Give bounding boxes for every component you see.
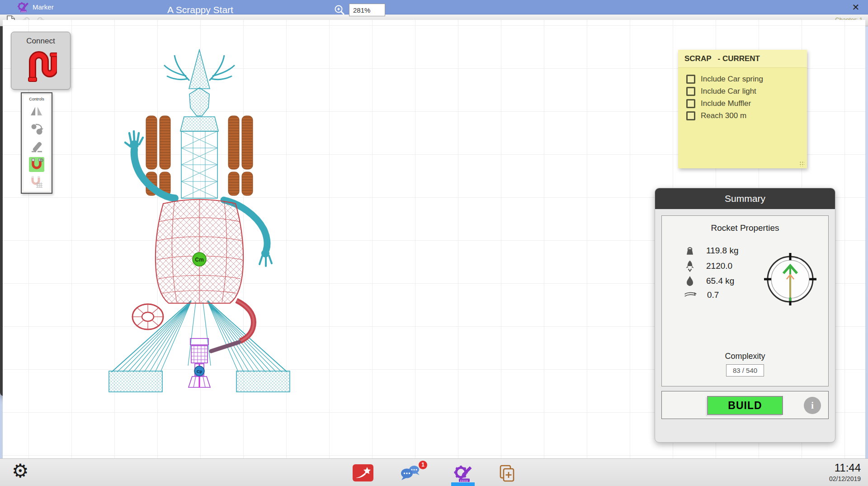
build-canvas-panel: A Scrappy Start Connect — [0, 0, 401, 396]
summary-panel: Summary Rocket Properties 119.8 kg 2120.… — [655, 188, 835, 443]
checkbox-car-spring[interactable] — [686, 75, 695, 84]
note-header: SCRAP- CURRENT — [678, 50, 807, 68]
task-marker-app-icon[interactable] — [453, 464, 473, 483]
taskbar: ⚙ 1 — [0, 458, 868, 486]
center-of-pressure-label: Cp — [197, 369, 202, 374]
controls-title: Controls — [29, 97, 44, 101]
complexity-value — [726, 364, 764, 376]
rocket-wireframe-model[interactable]: Cm Cp — [95, 49, 303, 393]
checkbox-reach-300m[interactable] — [686, 111, 695, 120]
mirror-tool-button[interactable] — [29, 104, 44, 119]
task-comet-app-icon[interactable] — [353, 464, 373, 481]
aerodynamics-icon — [684, 290, 697, 300]
checkbox-car-light[interactable] — [686, 87, 695, 96]
clock-date: 02/12/2019 — [829, 475, 861, 482]
task-chat-app-icon[interactable]: 1 — [400, 464, 424, 481]
info-button[interactable]: i — [804, 397, 821, 414]
eraser-icon — [30, 140, 43, 153]
summary-title: Summary — [655, 188, 835, 209]
magnet-grid-tool-button[interactable] — [29, 175, 44, 190]
close-button[interactable]: ✕ — [850, 1, 862, 13]
thrust-icon — [684, 260, 696, 272]
magnet-snap-tool-button[interactable] — [29, 157, 44, 172]
stability-gauge — [762, 251, 818, 307]
magnet-grid-icon — [30, 176, 43, 188]
stat-thrust: 2120.0 — [684, 260, 732, 272]
connect-tool-button[interactable]: Connect — [11, 32, 71, 90]
controls-palette: Controls — [21, 92, 52, 194]
note-resize-grip[interactable] — [799, 161, 805, 167]
system-clock: 11:44 02/12/2019 — [829, 462, 861, 482]
scrap-objectives-note[interactable]: SCRAP- CURRENT Include Car spring Includ… — [678, 50, 807, 168]
chat-notification-badge: 1 — [419, 461, 427, 469]
rotate-tool-button[interactable] — [29, 121, 44, 136]
checkbox-muffler[interactable] — [686, 99, 695, 108]
stat-aerodynamics: 0.7 — [684, 290, 719, 300]
objective-car-spring: Include Car spring — [686, 75, 807, 84]
complexity-label: Complexity — [662, 352, 828, 361]
fuel-mass-icon — [684, 275, 696, 287]
stat-mass: 119.8 kg — [684, 245, 738, 257]
objective-reach-300m: Reach 300 m — [686, 111, 807, 120]
canvas-header: A Scrappy Start — [0, 0, 401, 20]
build-button[interactable]: BUILD — [707, 396, 783, 415]
task-copy-add-app-icon[interactable] — [499, 464, 516, 482]
note-title: SCRAP- CURRENT — [684, 54, 760, 63]
mass-icon — [684, 245, 696, 257]
objective-muffler: Include Muffler — [686, 99, 807, 108]
mirror-icon — [30, 105, 43, 117]
build-strip: BUILD i — [661, 391, 829, 419]
eraser-tool-button[interactable] — [29, 139, 44, 154]
zoom-level-input[interactable] — [349, 4, 385, 16]
rocket-properties-card: Rocket Properties 119.8 kg 2120.0 — [661, 215, 829, 386]
settings-gear-icon[interactable]: ⚙ — [12, 460, 29, 482]
magnet-icon — [30, 158, 43, 171]
stat-fuel-mass: 65.4 kg — [684, 275, 734, 287]
rotate-icon — [30, 123, 43, 135]
rocket-properties-title: Rocket Properties — [662, 223, 828, 233]
pipe-connector-icon — [24, 46, 57, 84]
zoom-magnifier-icon[interactable] — [334, 4, 345, 16]
objective-car-light: Include Car light — [686, 87, 807, 96]
connect-label: Connect — [11, 37, 70, 46]
active-task-indicator — [451, 482, 475, 486]
app-window: Marker ✕ ↶ ↷ Chapter: 1 Part Collection … — [0, 0, 868, 486]
center-of-mass-label: Cm — [195, 257, 203, 263]
clock-time: 11:44 — [829, 462, 861, 474]
